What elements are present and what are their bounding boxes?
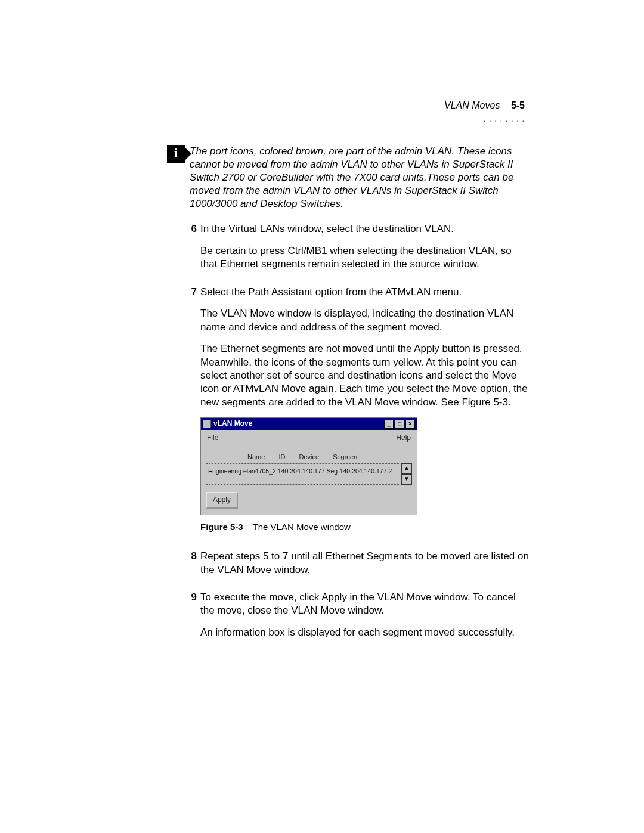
figure-number: Figure 5-3 (200, 522, 243, 532)
col-id: ID (278, 453, 285, 460)
step9-lead: To execute the move, click Apply in the … (200, 591, 531, 618)
window-system-icon[interactable] (203, 420, 211, 428)
info-icon: i (167, 145, 185, 163)
column-headers: Name ID Device Segment (206, 450, 412, 464)
page-number: 5-5 (511, 100, 525, 110)
step8-lead: Repeat steps 5 to 7 until all Ethernet S… (200, 550, 531, 577)
scroll-down-button[interactable]: ▼ (401, 474, 412, 485)
menu-help[interactable]: Help (396, 433, 411, 443)
step6-lead: In the Virtual LANs window, select the d… (200, 222, 531, 236)
step-number-7: 7 (184, 286, 200, 544)
step-number-9: 9 (184, 591, 200, 648)
menu-file[interactable]: File (207, 433, 218, 443)
col-device: Device (299, 453, 319, 460)
header-dots: . . . . . . . . (484, 114, 525, 123)
step-number-6: 6 (184, 222, 200, 279)
step7-p1: The VLAN Move window is displayed, indic… (200, 307, 531, 334)
figure-caption: Figure 5-3 The VLAN Move window (200, 521, 531, 533)
maximize-button[interactable]: □ (395, 420, 404, 429)
col-name: Name (247, 453, 265, 460)
step6-p1: Be certain to press Ctrl/MB1 when select… (200, 244, 531, 271)
window-title: vLAN Move (213, 419, 252, 429)
col-segment: Segment (333, 453, 359, 460)
section-title: VLAN Moves (444, 100, 500, 110)
step7-p2: The Ethernet segments are not moved unti… (200, 342, 531, 409)
minimize-button[interactable]: _ (384, 420, 394, 429)
step9-p1: An information box is displayed for each… (200, 626, 531, 639)
figure-caption-text: The VLAN Move window (253, 522, 351, 532)
step-number-8: 8 (184, 550, 200, 585)
window-titlebar[interactable]: vLAN Move _ □ × (201, 418, 417, 430)
scroll-up-button[interactable]: ▲ (401, 463, 412, 474)
step7-lead: Select the Path Assistant option from th… (200, 286, 531, 299)
scrollbar[interactable]: ▲ ▼ (401, 463, 412, 485)
close-button[interactable]: × (405, 420, 415, 429)
apply-button[interactable]: Apply (206, 492, 238, 509)
admin-vlan-note: The port icons, colored brown, are part … (190, 145, 531, 210)
page-header: VLAN Moves 5-5 (444, 100, 525, 111)
vlan-move-window: vLAN Move _ □ × File Help (200, 417, 417, 515)
list-row[interactable]: Engineering elan4705_2 140.204.140.177 S… (206, 463, 399, 485)
